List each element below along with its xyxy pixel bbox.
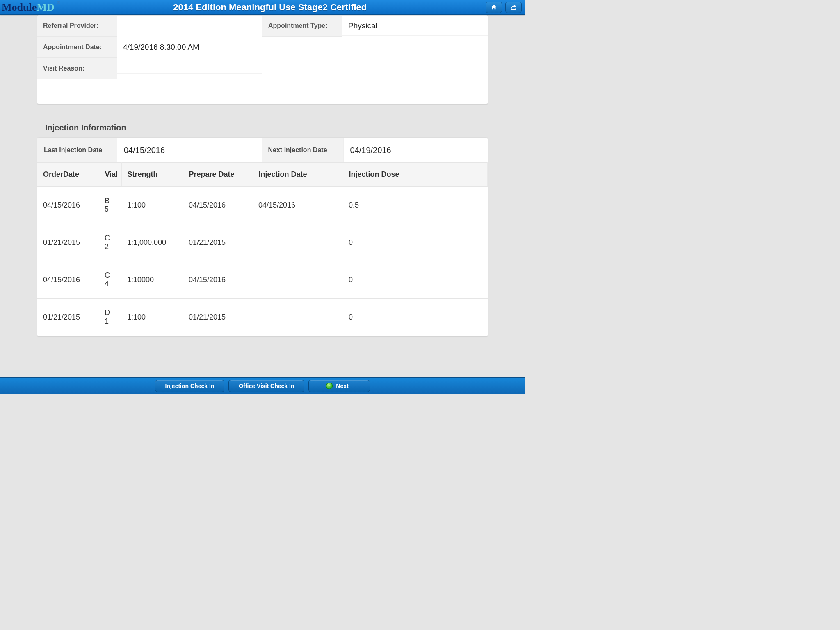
cell-dose: 0.5 (343, 187, 488, 224)
referral-provider-value (117, 21, 262, 31)
cell-injdate (253, 261, 343, 299)
table-row[interactable]: 01/21/2015C 21:1,000,00001/21/20150 (37, 224, 488, 261)
cell-dose: 0 (343, 261, 488, 299)
cell-prepare: 01/21/2015 (183, 224, 253, 261)
page-title: 2014 Edition Meaningful Use Stage2 Certi… (55, 2, 486, 13)
home-icon (490, 4, 498, 11)
table-header-row: OrderDate Vial Strength Prepare Date Inj… (37, 163, 488, 187)
share-icon (510, 4, 517, 11)
table-row[interactable]: 04/15/2016B 51:10004/15/201604/15/20160.… (37, 187, 488, 224)
cell-injdate (253, 299, 343, 336)
next-injection-label: Next Injection Date (262, 138, 344, 162)
cell-vial: C 2 (99, 224, 121, 261)
appointment-date-value: 4/19/2016 8:30:00 AM (117, 38, 262, 57)
cell-order: 04/15/2016 (37, 187, 99, 224)
appointment-type-label: Appointment Type: (262, 16, 342, 37)
office-visit-checkin-label: Office Visit Check In (239, 383, 294, 389)
col-prepare-date: Prepare Date (183, 163, 253, 187)
cell-strength: 1:100 (121, 187, 183, 224)
top-icon-group (486, 2, 525, 13)
content-area: Referral Provider: Appointment Type: Phy… (0, 15, 525, 377)
cell-dose: 0 (343, 299, 488, 336)
cell-strength: 1:1,000,000 (121, 224, 183, 261)
table-row[interactable]: 04/15/2016C 41:1000004/15/20160 (37, 261, 488, 299)
logo-part2: MD (37, 1, 54, 14)
cell-vial: B 5 (99, 187, 121, 224)
cell-prepare: 04/15/2016 (183, 261, 253, 299)
cell-dose: 0 (343, 224, 488, 261)
col-orderdate: OrderDate (37, 163, 99, 187)
share-button[interactable] (505, 2, 522, 13)
cell-strength: 1:10000 (121, 261, 183, 299)
next-injection-value: 04/19/2016 (344, 138, 488, 162)
cell-injdate (253, 224, 343, 261)
logo-registered: ® (57, 0, 60, 5)
cell-strength: 1:100 (121, 299, 183, 336)
appointment-date-label: Appointment Date: (37, 37, 117, 58)
col-injection-dose: Injection Dose (343, 163, 488, 187)
cell-order: 04/15/2016 (37, 261, 99, 299)
injection-checkin-label: Injection Check In (165, 383, 215, 389)
next-button[interactable]: Next (308, 380, 370, 392)
cell-injdate: 04/15/2016 (253, 187, 343, 224)
last-injection-value: 04/15/2016 (117, 138, 262, 162)
cell-vial: D 1 (99, 299, 121, 336)
bottom-bar: Injection Check In Office Visit Check In… (0, 377, 525, 394)
injection-table: OrderDate Vial Strength Prepare Date Inj… (37, 162, 488, 336)
appointment-card: Referral Provider: Appointment Type: Phy… (37, 15, 488, 104)
logo-part1: Module (2, 1, 37, 14)
office-visit-checkin-button[interactable]: Office Visit Check In (228, 380, 304, 392)
cell-order: 01/21/2015 (37, 224, 99, 261)
injection-dates: Last Injection Date 04/15/2016 Next Inje… (37, 138, 488, 162)
visit-reason-label: Visit Reason: (37, 58, 117, 79)
cell-vial: C 4 (99, 261, 121, 299)
app-logo: ModuleMD ® (0, 1, 55, 14)
cell-order: 01/21/2015 (37, 299, 99, 336)
visit-reason-value (117, 64, 262, 74)
next-button-label: Next (336, 383, 348, 389)
appointment-type-value: Physical (342, 16, 488, 36)
cell-prepare: 04/15/2016 (183, 187, 253, 224)
injection-section-title: Injection Information (45, 123, 525, 132)
col-strength: Strength (121, 163, 183, 187)
cell-prepare: 01/21/2015 (183, 299, 253, 336)
top-bar: ModuleMD ® 2014 Edition Meaningful Use S… (0, 0, 525, 15)
home-button[interactable] (486, 2, 502, 13)
referral-provider-label: Referral Provider: (37, 16, 117, 37)
check-icon (326, 383, 333, 389)
injection-checkin-button[interactable]: Injection Check In (155, 380, 225, 392)
injection-card: Last Injection Date 04/15/2016 Next Inje… (37, 137, 488, 336)
last-injection-label: Last Injection Date (37, 138, 117, 162)
col-injection-date: Injection Date (253, 163, 343, 187)
table-row[interactable]: 01/21/2015D 11:10001/21/20150 (37, 299, 488, 336)
col-vial: Vial (99, 163, 121, 187)
